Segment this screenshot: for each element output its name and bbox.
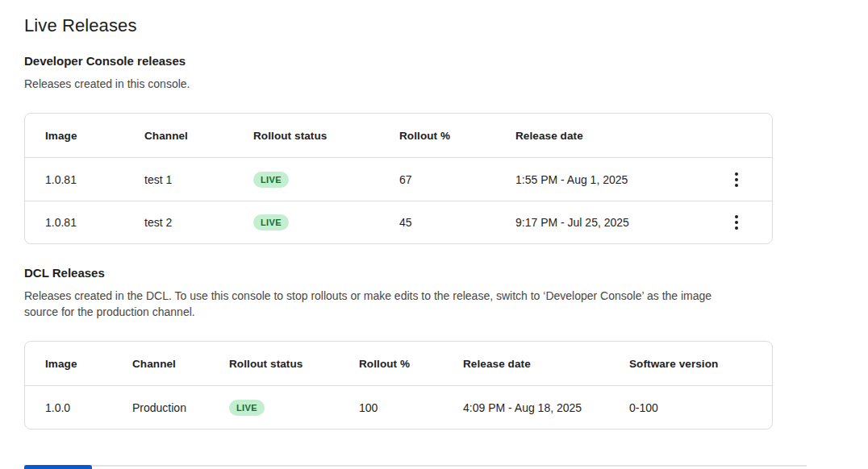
row-actions-button[interactable] [722,165,751,194]
release-date-cell: 4:09 PM - Aug 18, 2025 [463,401,629,414]
release-date-cell: 1:55 PM - Aug 1, 2025 [515,173,719,186]
live-status-badge: LIVE [253,172,289,188]
rollout-pct-cell: 100 [359,401,463,414]
dcl-section-heading: DCL Releases [24,265,844,281]
kebab-menu-icon [735,215,738,218]
rollout-status-cell: LIVE [253,172,399,188]
column-header-release-date: Release date [515,130,719,142]
live-releases-page: Live Releases Developer Console releases… [0,0,868,469]
column-header-channel: Channel [132,358,229,370]
dcl-releases-table: Image Channel Rollout status Rollout % R… [24,341,773,430]
kebab-menu-icon [735,172,738,176]
row-actions-cell [719,208,759,237]
rollout-status-cell: LIVE [253,214,399,230]
column-header-rollout-status: Rollout status [229,358,359,370]
page-title: Live Releases [24,15,844,37]
column-header-image: Image [45,358,132,370]
rollout-status-cell: LIVE [229,400,359,416]
row-actions-button[interactable] [722,208,751,237]
primary-action-button[interactable] [24,465,92,469]
table-header-row: Image Channel Rollout status Rollout % R… [25,114,772,158]
table-header-row: Image Channel Rollout status Rollout % R… [25,342,772,386]
live-status-badge: LIVE [253,214,289,230]
release-date-cell: 9:17 PM - Jul 25, 2025 [515,216,719,229]
dev-console-releases-table: Image Channel Rollout status Rollout % R… [24,113,773,244]
table-row: 1.0.81 test 2 LIVE 45 9:17 PM - Jul 25, … [25,201,772,243]
channel-cell: Production [132,401,229,414]
rollout-pct-cell: 45 [399,216,515,229]
rollout-pct-cell: 67 [399,173,515,186]
software-version-cell: 0-100 [629,401,740,414]
dev-console-section-description: Releases created in this console. [24,76,746,92]
channel-cell: test 2 [144,216,253,229]
column-header-rollout-pct: Rollout % [399,130,515,142]
column-header-software-version: Software version [629,358,740,370]
column-header-release-date: Release date [463,358,629,370]
dcl-section-description: Releases created in the DCL. To use this… [24,288,746,320]
dev-console-section-heading: Developer Console releases [24,53,844,69]
column-header-channel: Channel [144,130,253,142]
table-row: 1.0.0 Production LIVE 100 4:09 PM - Aug … [25,386,772,429]
image-cell: 1.0.81 [45,173,144,186]
image-cell: 1.0.0 [45,401,132,414]
row-actions-cell [719,165,759,194]
bottom-divider [24,465,807,467]
column-header-rollout-pct: Rollout % [359,358,463,370]
column-header-image: Image [45,130,144,142]
live-status-badge: LIVE [229,400,265,416]
column-header-rollout-status: Rollout status [253,130,399,142]
channel-cell: test 1 [144,173,253,186]
image-cell: 1.0.81 [45,216,144,229]
table-row: 1.0.81 test 1 LIVE 67 1:55 PM - Aug 1, 2… [25,158,772,201]
